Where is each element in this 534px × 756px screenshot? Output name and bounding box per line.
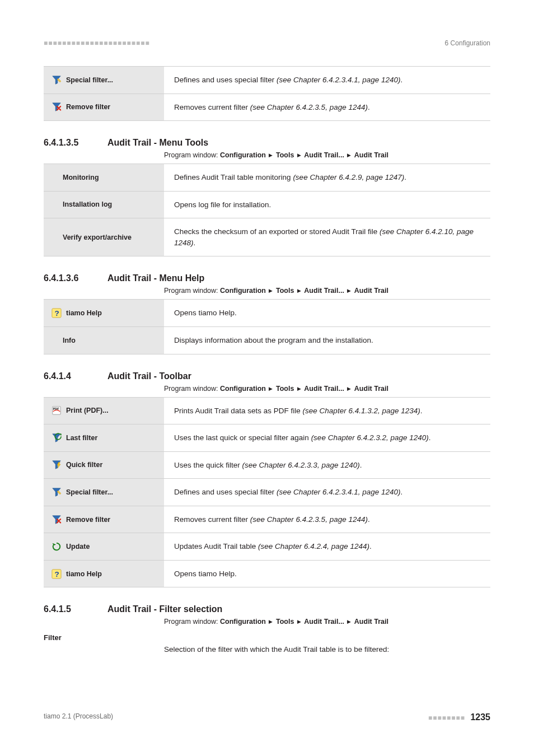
- section-heading: 6.4.1.4 Audit Trail - Toolbar: [44, 371, 490, 381]
- section-title: Audit Trail - Menu Tools: [107, 138, 208, 148]
- field-label: Filter: [44, 633, 490, 642]
- breadcrumb: Program window: Configuration ▶ Tools ▶ …: [44, 618, 490, 626]
- row-description: Opens tiamo Help.: [164, 561, 490, 587]
- breadcrumb: Program window: Configuration ▶ Tools ▶ …: [44, 151, 490, 159]
- definition-table: tiamo HelpOpens tiamo Help.InfoDisplays …: [44, 299, 490, 354]
- section-number: 6.4.1.5: [44, 604, 92, 614]
- table-row: Special filter...Defines and uses specia…: [44, 478, 490, 506]
- table-row: MonitoringDefines Audit Trail table moni…: [44, 164, 490, 191]
- section-heading: 6.4.1.3.6 Audit Trail - Menu Help: [44, 273, 490, 283]
- definition-table: Special filter...Defines and uses specia…: [44, 66, 490, 121]
- table-row: Quick filterUses the quick filter (see C…: [44, 451, 490, 479]
- row-label: Special filter...: [66, 76, 113, 84]
- row-label: Special filter...: [66, 488, 113, 496]
- row-description: Updates Audit Trail table (see Chapter 6…: [164, 533, 490, 560]
- section-number: 6.4.1.3.5: [44, 138, 92, 148]
- breadcrumb: Program window: Configuration ▶ Tools ▶ …: [44, 287, 490, 295]
- footer-dots: ■■■■■■■■: [428, 714, 465, 722]
- row-label-cell: Remove filter: [44, 506, 164, 533]
- table-row: InfoDisplays information about the progr…: [44, 326, 490, 354]
- definition-table: MonitoringDefines Audit Trail table moni…: [44, 164, 490, 256]
- funnel-edit-icon: [51, 75, 62, 85]
- row-label-cell: Installation log: [44, 192, 164, 218]
- row-label-cell: Last filter: [44, 424, 164, 451]
- row-description: Opens tiamo Help.: [164, 300, 490, 326]
- table-row: tiamo HelpOpens tiamo Help.: [44, 299, 490, 326]
- row-label: Last filter: [66, 434, 97, 442]
- table-row: Special filter...Defines and uses specia…: [44, 66, 490, 94]
- section-number: 6.4.1.3.6: [44, 273, 92, 283]
- table-row: Print (PDF)...Prints Audit Trail data se…: [44, 397, 490, 424]
- table-row: UpdateUpdates Audit Trail table (see Cha…: [44, 533, 490, 560]
- row-description: Opens log file for installation.: [164, 192, 490, 218]
- table-row: Last filterUses the last quick or specia…: [44, 424, 490, 451]
- row-description: Displays information about the program a…: [164, 327, 490, 354]
- funnel-flash-icon: [51, 460, 62, 470]
- row-description: Removes current filter (see Chapter 6.4.…: [164, 94, 490, 121]
- row-label: Info: [63, 337, 76, 344]
- row-label-cell: tiamo Help: [44, 300, 164, 326]
- refresh-icon: [51, 542, 62, 552]
- page-number: 1235: [470, 712, 490, 722]
- breadcrumb: Program window: Configuration ▶ Tools ▶ …: [44, 385, 490, 393]
- row-description: Uses the quick filter (see Chapter 6.4.2…: [164, 452, 490, 479]
- row-label-cell: Print (PDF)...: [44, 398, 164, 424]
- pdf-icon: [51, 405, 62, 416]
- row-description: Defines Audit Trail table monitoring (se…: [164, 164, 490, 191]
- page-header: ■■■■■■■■■■■■■■■■■■■■■■■ 6 Configuration: [44, 39, 490, 47]
- row-label: Remove filter: [66, 103, 110, 111]
- row-label-cell: Special filter...: [44, 479, 164, 506]
- row-description: Uses the last quick or special filter ag…: [164, 424, 490, 451]
- section-heading: 6.4.1.3.5 Audit Trail - Menu Tools: [44, 138, 490, 148]
- row-label-cell: tiamo Help: [44, 561, 164, 587]
- row-label: tiamo Help: [66, 309, 102, 317]
- row-description: Prints Audit Trail data sets as PDF file…: [164, 398, 490, 424]
- row-description: Checks the checksum of an exported or st…: [164, 218, 490, 256]
- help-icon: [51, 308, 62, 318]
- section-title: Audit Trail - Filter selection: [107, 604, 222, 614]
- row-description: Defines and uses special filter (see Cha…: [164, 67, 490, 94]
- funnel-back-icon: [51, 433, 62, 443]
- row-label: Update: [66, 543, 90, 550]
- header-chapter: 6 Configuration: [445, 39, 490, 47]
- body-text: Selection of the filter with which the A…: [44, 645, 490, 654]
- row-description: Defines and uses special filter (see Cha…: [164, 479, 490, 506]
- row-label: Verify export/archive: [63, 234, 132, 241]
- row-label: Quick filter: [66, 461, 102, 469]
- row-label: Installation log: [63, 200, 112, 208]
- row-label: Print (PDF)...: [66, 407, 109, 414]
- row-label-cell: Quick filter: [44, 452, 164, 479]
- section-title: Audit Trail - Menu Help: [107, 273, 204, 283]
- funnel-x-icon: [51, 102, 62, 112]
- row-label-cell: Special filter...: [44, 67, 164, 94]
- header-dots: ■■■■■■■■■■■■■■■■■■■■■■■: [44, 39, 150, 47]
- section-title: Audit Trail - Toolbar: [107, 371, 191, 381]
- table-row: Remove filterRemoves current filter (see…: [44, 94, 490, 122]
- row-label: Monitoring: [63, 174, 99, 181]
- row-label-cell: Update: [44, 533, 164, 560]
- funnel-x-icon: [51, 515, 62, 525]
- table-row: Remove filterRemoves current filter (see…: [44, 506, 490, 533]
- table-row: Installation logOpens log file for insta…: [44, 191, 490, 218]
- row-label-cell: Verify export/archive: [44, 218, 164, 256]
- definition-table: Print (PDF)...Prints Audit Trail data se…: [44, 397, 490, 588]
- row-description: Removes current filter (see Chapter 6.4.…: [164, 506, 490, 533]
- section-number: 6.4.1.4: [44, 371, 92, 381]
- row-label-cell: Remove filter: [44, 94, 164, 121]
- funnel-edit-icon: [51, 487, 62, 497]
- section-heading: 6.4.1.5 Audit Trail - Filter selection: [44, 604, 490, 614]
- table-row: tiamo HelpOpens tiamo Help.: [44, 560, 490, 588]
- help-icon: [51, 569, 62, 579]
- row-label: Remove filter: [66, 516, 110, 524]
- footer-product: tiamo 2.1 (ProcessLab): [44, 712, 113, 722]
- page-footer: tiamo 2.1 (ProcessLab) ■■■■■■■■ 1235: [44, 712, 490, 722]
- row-label: tiamo Help: [66, 570, 102, 578]
- row-label-cell: Info: [44, 327, 164, 354]
- row-label-cell: Monitoring: [44, 164, 164, 191]
- table-row: Verify export/archiveChecks the checksum…: [44, 218, 490, 256]
